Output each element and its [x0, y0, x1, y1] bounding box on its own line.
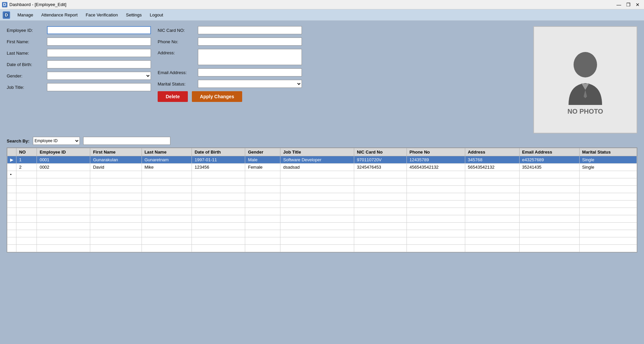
empty-cell [280, 230, 354, 237]
empty-cell [280, 186, 354, 193]
email-address-label: Email Address: [158, 70, 198, 75]
menu-logout[interactable]: Logout [146, 11, 167, 19]
table-row[interactable]: 20002DavidMike123456Femaledsadsad3245476… [7, 164, 637, 171]
date-of-birth-input[interactable] [47, 60, 151, 68]
empty-cell [407, 237, 465, 245]
empty-cell [37, 223, 90, 230]
last-name-label: Last Name: [7, 51, 47, 56]
empty-cell [519, 245, 579, 252]
menu-attendance-report[interactable]: Attendance Report [37, 11, 82, 19]
search-by-select[interactable]: Employee ID First Name Last Name NIC Car… [33, 137, 80, 145]
svg-text:D: D [3, 3, 6, 7]
row-arrow-cell: ▶ [7, 156, 16, 164]
empty-cell [192, 186, 245, 193]
form-left-column: Employee ID: First Name: Last Name: Date… [7, 26, 151, 133]
address-input[interactable] [198, 49, 302, 65]
last-name-input[interactable] [47, 49, 151, 57]
empty-cell [579, 237, 637, 245]
empty-cell [354, 208, 407, 215]
new-row-cell [90, 171, 142, 178]
new-row-cell [465, 171, 519, 178]
employee-id-label: Employee ID: [7, 28, 47, 33]
empty-cell [192, 245, 245, 252]
empty-cell [354, 178, 407, 186]
row-nic-card-no-cell: 970110720V [354, 156, 407, 164]
empty-cell [7, 186, 16, 193]
empty-cell [90, 200, 142, 208]
empty-cell [192, 223, 245, 230]
empty-row [7, 193, 637, 200]
col-arrow [7, 148, 16, 156]
empty-cell [16, 178, 37, 186]
phone-no-input[interactable] [198, 38, 302, 46]
col-last-name: Last Name [142, 148, 192, 156]
empty-cell [90, 245, 142, 252]
col-nic-card-no: NIC Card No [354, 148, 407, 156]
gender-select[interactable]: Male Female Other [47, 72, 151, 80]
row-date-of-birth-cell: 123456 [192, 164, 245, 171]
empty-cell [465, 193, 519, 200]
delete-button[interactable]: Delete [158, 91, 188, 102]
empty-cell [16, 230, 37, 237]
menu-manage[interactable]: Manage [13, 11, 37, 19]
empty-cell [7, 200, 16, 208]
empty-cell [465, 237, 519, 245]
empty-cell [16, 245, 37, 252]
first-name-label: First Name: [7, 39, 47, 44]
empty-cell [142, 237, 192, 245]
app-menu-icon: D [3, 11, 10, 19]
close-button[interactable]: ✕ [633, 1, 642, 8]
row-marital-status-cell: Single [579, 164, 637, 171]
empty-cell [245, 230, 280, 237]
title-bar: D Dashbaord - [Employee_Edit] — ❐ ✕ [0, 0, 644, 9]
empty-cell [280, 200, 354, 208]
empty-cell [142, 223, 192, 230]
marital-status-select[interactable]: Single Married Divorced Widowed [198, 80, 302, 88]
empty-row [7, 200, 637, 208]
col-phone-no: Phone No [407, 148, 465, 156]
empty-cell [354, 200, 407, 208]
photo-box: NO PHOTO [533, 26, 637, 133]
empty-cell [245, 200, 280, 208]
empty-cell [90, 193, 142, 200]
empty-cell [407, 223, 465, 230]
empty-cell [37, 186, 90, 193]
email-address-input[interactable] [198, 68, 302, 76]
empty-cell [16, 223, 37, 230]
new-row-cell [16, 171, 37, 178]
empty-cell [579, 178, 637, 186]
nic-card-no-input[interactable] [198, 26, 302, 34]
row-nic-card-no-cell: 3245476453 [354, 164, 407, 171]
empty-cell [519, 193, 579, 200]
empty-cell [37, 208, 90, 215]
empty-cell [407, 215, 465, 223]
empty-cell [90, 215, 142, 223]
empty-cell [519, 237, 579, 245]
menu-settings[interactable]: Settings [122, 11, 146, 19]
empty-row [7, 237, 637, 245]
no-photo-label: NO PHOTO [568, 108, 603, 115]
search-input[interactable] [83, 137, 170, 145]
empty-cell [280, 237, 354, 245]
new-row-cell [245, 171, 280, 178]
empty-cell [7, 245, 16, 252]
table-row[interactable]: ▶10001GunarakulanGunaretnam1997-01-11Mal… [7, 156, 637, 164]
empty-row [7, 208, 637, 215]
phone-no-label: Phone No: [158, 39, 198, 44]
empty-cell [245, 237, 280, 245]
new-row-cell: • [7, 171, 16, 178]
job-title-input[interactable] [47, 83, 151, 91]
empty-cell [519, 200, 579, 208]
first-name-input[interactable] [47, 38, 151, 46]
new-row-cell [519, 171, 579, 178]
col-address: Address [465, 148, 519, 156]
empty-cell [354, 223, 407, 230]
employee-table: NO Employee ID First Name Last Name Date… [7, 148, 637, 252]
empty-cell [37, 230, 90, 237]
apply-changes-button[interactable]: Apply Changes [192, 91, 242, 102]
form-middle-column: NIC Card NO: Phone No: Address: Email Ad… [158, 26, 302, 133]
restore-button[interactable]: ❐ [624, 1, 633, 8]
minimize-button[interactable]: — [614, 1, 623, 8]
menu-face-verification[interactable]: Face Verification [82, 11, 122, 19]
employee-id-input[interactable] [47, 26, 151, 34]
